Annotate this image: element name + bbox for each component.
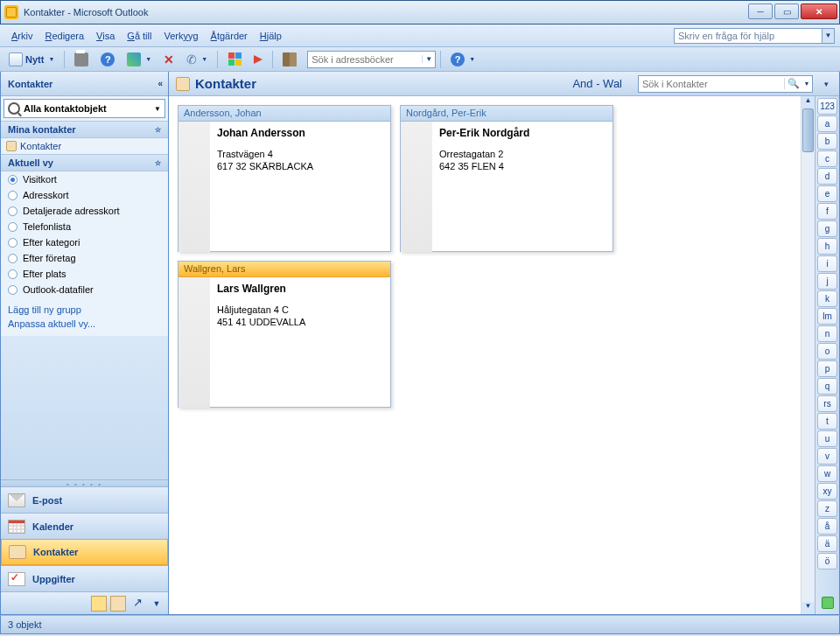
- view-option-label: Efter företag: [23, 253, 76, 263]
- minimize-button[interactable]: ─: [748, 3, 773, 19]
- alpha-button-o[interactable]: o: [817, 343, 837, 360]
- alpha-button-ö[interactable]: ö: [817, 553, 837, 570]
- addressbook-button[interactable]: [277, 50, 302, 69]
- alpha-button-123[interactable]: 123: [817, 98, 837, 115]
- menu-gatill[interactable]: Gå till: [121, 28, 158, 44]
- help-button[interactable]: ?: [95, 50, 120, 69]
- current-view-header[interactable]: Aktuell vy☆: [1, 154, 168, 171]
- alpha-button-lm[interactable]: lm: [817, 308, 837, 325]
- contacts-folder-item[interactable]: Kontakter: [1, 138, 168, 154]
- search-icon: [8, 102, 20, 115]
- alpha-button-d[interactable]: d: [817, 168, 837, 185]
- alpha-button-j[interactable]: j: [817, 273, 837, 290]
- collapse-nav-button[interactable]: «: [158, 79, 161, 88]
- search-icon[interactable]: 🔍: [784, 78, 802, 89]
- send-receive-icon: [127, 52, 141, 66]
- view-option-4[interactable]: Efter kategori: [1, 234, 168, 250]
- all-contacts-dropdown[interactable]: Alla kontaktobjekt ▼: [4, 99, 165, 118]
- view-option-0[interactable]: Visitkort: [1, 171, 168, 187]
- content-search-input[interactable]: [639, 79, 784, 89]
- new-button[interactable]: Nytt▼: [4, 50, 60, 69]
- menu-bar: Arkiv Redigera Visa Gå till Verkyyg Åtgä…: [0, 24, 840, 47]
- help-search-input[interactable]: [674, 28, 822, 44]
- delete-button[interactable]: ✕: [158, 50, 179, 69]
- notes-mini-button[interactable]: [91, 596, 107, 612]
- categorize-button[interactable]: [222, 50, 247, 69]
- contact-card[interactable]: Andersson, JohanJohan AnderssonTrastväge…: [178, 105, 391, 252]
- close-button[interactable]: ✕: [801, 3, 837, 19]
- add-group-link[interactable]: Lägg till ny grupp: [8, 303, 161, 317]
- alpha-button-p[interactable]: p: [817, 360, 837, 377]
- alpha-button-k[interactable]: k: [817, 290, 837, 307]
- alpha-button-g[interactable]: g: [817, 220, 837, 237]
- customize-view-link[interactable]: Anpassa aktuell vy...: [8, 317, 161, 331]
- scroll-thumb[interactable]: [802, 108, 814, 152]
- alpha-button-ä[interactable]: ä: [817, 535, 837, 552]
- alpha-button-xy[interactable]: xy: [817, 483, 837, 500]
- folders-mini-button[interactable]: [110, 596, 126, 612]
- contact-card[interactable]: Nordgård, Per-ErikPer-Erik NordgårdOrres…: [400, 105, 613, 252]
- toolbar: Nytt▼ ? ▼ ✕ ✆▼ ▼ ?▼: [0, 47, 840, 72]
- send-receive-button[interactable]: ▼: [122, 50, 157, 69]
- view-option-5[interactable]: Efter företag: [1, 250, 168, 266]
- print-button[interactable]: [69, 50, 94, 69]
- alpha-button-e[interactable]: e: [817, 185, 837, 202]
- expand-search-button[interactable]: ▾: [820, 80, 832, 88]
- alpha-button-b[interactable]: b: [817, 133, 837, 150]
- mail-nav-button[interactable]: E-post: [1, 486, 168, 513]
- alpha-button-c[interactable]: c: [817, 150, 837, 167]
- scroll-up-button[interactable]: ▲: [802, 96, 815, 108]
- menu-redigera[interactable]: Redigera: [38, 28, 90, 44]
- scroll-down-button[interactable]: ▼: [802, 602, 815, 614]
- vertical-scrollbar[interactable]: ▲ ▼: [801, 96, 815, 614]
- nav-gripper[interactable]: • • • • •: [1, 479, 168, 486]
- toolbar-help-button[interactable]: ?▼: [445, 50, 480, 69]
- contact-card[interactable]: Wallgren, LarsLars WallgrenHåljutegatan …: [178, 261, 391, 408]
- view-option-2[interactable]: Detaljerade adresskort: [1, 203, 168, 219]
- content-search[interactable]: 🔍 ▼: [638, 75, 813, 93]
- alpha-button-a[interactable]: a: [817, 115, 837, 132]
- maximize-button[interactable]: ▭: [774, 3, 799, 19]
- calendar-nav-button[interactable]: Kalender: [1, 513, 168, 539]
- card-photo-placeholder: [178, 277, 210, 408]
- configure-buttons[interactable]: ▼: [149, 596, 164, 612]
- alpha-button-u[interactable]: u: [817, 430, 837, 447]
- flag-button[interactable]: [248, 50, 268, 69]
- menu-visa[interactable]: Visa: [90, 28, 121, 44]
- alpha-button-i[interactable]: i: [817, 255, 837, 272]
- chevron-down-icon: ▼: [48, 56, 54, 62]
- alpha-button-q[interactable]: q: [817, 378, 837, 395]
- view-option-3[interactable]: Telefonlista: [1, 219, 168, 234]
- alpha-button-v[interactable]: v: [817, 448, 837, 465]
- alpha-button-z[interactable]: z: [817, 500, 837, 517]
- search-options-dropdown[interactable]: ▼: [802, 80, 812, 87]
- card-photo-placeholder: [178, 122, 210, 252]
- presence-icon[interactable]: [817, 597, 837, 612]
- call-button[interactable]: ✆▼: [181, 50, 213, 69]
- shortcuts-mini-button[interactable]: ↗: [130, 596, 145, 612]
- help-search[interactable]: ▼: [674, 28, 835, 44]
- tasks-nav-button[interactable]: Uppgifter: [1, 565, 168, 591]
- alpha-button-n[interactable]: n: [817, 325, 837, 342]
- address-search[interactable]: ▼: [307, 51, 436, 68]
- address-search-input[interactable]: [308, 54, 422, 65]
- help-search-dropdown[interactable]: ▼: [822, 28, 835, 44]
- menu-verktyg[interactable]: Verkyyg: [158, 28, 204, 44]
- view-option-1[interactable]: Adresskort: [1, 187, 168, 203]
- menu-arkiv[interactable]: Arkiv: [5, 28, 38, 44]
- view-option-6[interactable]: Efter plats: [1, 266, 168, 282]
- alpha-button-h[interactable]: h: [817, 238, 837, 255]
- alpha-button-å[interactable]: å: [817, 518, 837, 535]
- alpha-button-w[interactable]: w: [817, 465, 837, 482]
- alpha-button-f[interactable]: f: [817, 203, 837, 220]
- view-option-label: Outlook-datafiler: [23, 284, 94, 295]
- my-contacts-header[interactable]: Mina kontakter☆: [1, 121, 168, 138]
- alpha-button-rs[interactable]: rs: [817, 395, 837, 412]
- menu-atgarder[interactable]: Åtgärder: [205, 28, 254, 44]
- address-search-dropdown[interactable]: ▼: [422, 55, 435, 63]
- alpha-button-t[interactable]: t: [817, 413, 837, 430]
- contact-range: And - Wal: [572, 77, 622, 90]
- contacts-nav-button[interactable]: Kontakter: [1, 539, 168, 565]
- view-option-7[interactable]: Outlook-datafiler: [1, 282, 168, 297]
- menu-hjalp[interactable]: Hjälp: [254, 28, 288, 44]
